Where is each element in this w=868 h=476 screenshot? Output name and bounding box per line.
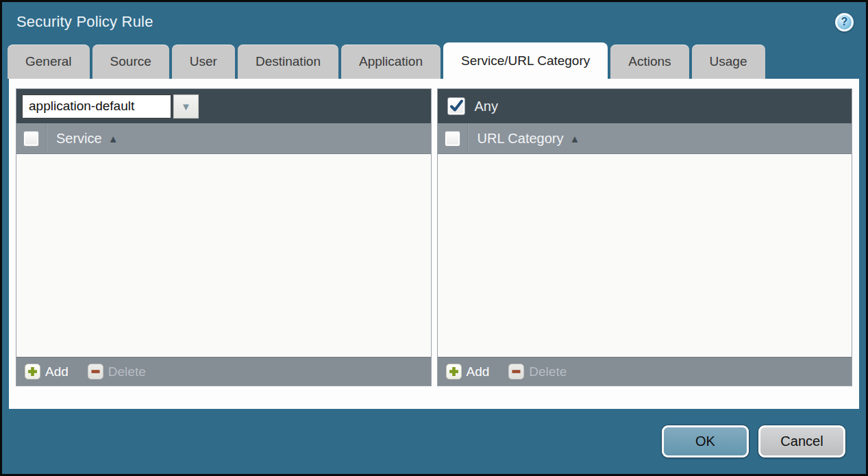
url-category-column-header[interactable]: URL Category [478,131,564,147]
add-plus-icon [446,364,462,379]
service-table-header: Service ▲ [16,123,431,154]
url-category-table-body[interactable] [438,154,852,357]
sort-ascending-icon[interactable]: ▲ [569,133,580,145]
security-policy-rule-dialog: Security Policy Rule ? General Source Us… [0,0,868,476]
delete-minus-icon [508,364,524,379]
tab-general[interactable]: General [8,45,90,79]
service-panel: application-default ▼ Service ▲ Add [16,88,432,386]
ok-button[interactable]: OK [662,425,749,458]
tab-actions[interactable]: Actions [610,45,689,79]
any-label: Any [475,99,498,114]
sort-ascending-icon[interactable]: ▲ [108,133,119,145]
service-panel-toolbar: application-default ▼ [16,89,431,123]
delete-url-category-button: Delete [508,364,567,379]
tab-content-area: application-default ▼ Service ▲ Add [9,79,859,409]
delete-minus-icon [88,364,103,379]
url-category-panel: Any URL Category ▲ Add [437,88,853,386]
add-plus-icon [25,364,40,379]
service-type-dropdown[interactable]: application-default ▼ [22,95,199,118]
service-column-header[interactable]: Service [56,131,102,147]
any-row: Any [443,97,498,115]
select-all-url-categories-checkbox[interactable] [445,131,460,147]
tab-usage[interactable]: Usage [692,45,765,79]
dialog-title: Security Policy Rule [16,13,153,31]
dropdown-arrow-icon[interactable]: ▼ [173,95,199,118]
cancel-button[interactable]: Cancel [758,425,845,458]
dialog-title-bar: Security Policy Rule ? [2,2,866,42]
tab-application[interactable]: Application [341,45,441,79]
add-url-category-button[interactable]: Add [446,364,490,379]
any-checkbox[interactable] [447,97,465,115]
service-type-dropdown-value[interactable]: application-default [22,95,171,118]
dialog-action-bar: OK Cancel [2,409,866,474]
tab-source[interactable]: Source [92,45,169,79]
service-table-body[interactable] [16,154,431,357]
add-service-button[interactable]: Add [25,364,69,379]
url-category-table-header: URL Category ▲ [438,123,852,154]
help-icon[interactable]: ? [835,13,854,32]
tab-service-url-category[interactable]: Service/URL Category [443,42,608,79]
tab-destination[interactable]: Destination [238,45,338,79]
url-category-panel-footer: Add Delete [438,357,852,386]
delete-service-button: Delete [88,364,146,379]
service-panel-footer: Add Delete [16,357,431,386]
tab-user[interactable]: User [172,45,235,79]
select-all-services-checkbox[interactable] [23,131,39,147]
tab-bar: General Source User Destination Applicat… [2,42,866,79]
url-category-panel-toolbar: Any [438,89,852,123]
